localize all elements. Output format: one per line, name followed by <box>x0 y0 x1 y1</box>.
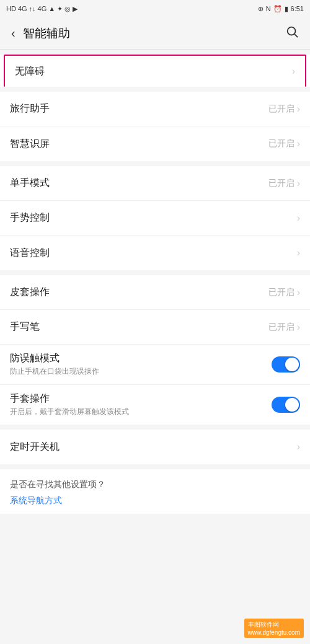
item-title: 防误触模式 <box>10 352 272 365</box>
item-right <box>272 397 300 413</box>
item-right: 已开启 › <box>268 287 300 298</box>
item-right: 已开启 › <box>268 138 300 149</box>
item-title: 单手模式 <box>10 177 50 190</box>
chevron-icon: › <box>297 322 300 333</box>
chevron-icon: › <box>297 178 300 189</box>
section-travel: 旅行助手 已开启 › 智慧识屏 已开启 › <box>0 92 310 161</box>
list-item-shoutaocaozuo[interactable]: 手套操作 开启后，戴手套滑动屏幕触发该模式 <box>0 385 310 425</box>
chevron-icon: › <box>297 138 300 149</box>
item-right <box>272 356 300 373</box>
item-left: 手套操作 开启后，戴手套滑动屏幕触发该模式 <box>10 392 272 417</box>
more-icon: ▶ <box>73 5 78 13</box>
status-text: 已开启 <box>268 178 294 189</box>
item-title: 皮套操作 <box>10 286 50 299</box>
section-timer: 定时开关机 › <box>0 430 310 464</box>
status-text: 已开启 <box>268 138 294 149</box>
svg-line-1 <box>294 34 298 37</box>
list-item-lvxingzushou[interactable]: 旅行助手 已开启 › <box>0 92 310 126</box>
chevron-icon: › <box>297 441 300 452</box>
chevron-icon: › <box>297 247 300 258</box>
signal-4g: 4G <box>18 5 27 12</box>
item-left: 皮套操作 <box>10 286 50 299</box>
signal-4g2: 4G <box>38 5 47 12</box>
footer-link[interactable]: 系统导航方式 <box>10 495 300 506</box>
list-item-fangwuchumoshi[interactable]: 防误触模式 防止手机在口袋出现误操作 <box>0 345 310 385</box>
status-text: 已开启 <box>268 287 294 298</box>
list-item-danshoumoshi[interactable]: 单手模式 已开启 › <box>0 166 310 201</box>
section-accessibility: 无障碍 › <box>0 55 310 87</box>
item-right: 已开启 › <box>268 178 300 189</box>
notification-icon: ⊕ <box>258 5 264 13</box>
item-title: 手势控制 <box>10 211 50 224</box>
search-icon <box>285 25 299 38</box>
fangwuchu-toggle[interactable] <box>272 356 300 373</box>
item-left: 语音控制 <box>10 247 50 260</box>
alarm-icon: ⏰ <box>273 5 282 13</box>
status-text: 已开启 <box>268 322 294 333</box>
item-title: 语音控制 <box>10 247 50 260</box>
item-subtitle: 防止手机在口袋出现误操作 <box>10 366 272 377</box>
chevron-icon: › <box>292 66 295 77</box>
item-left: 手写笔 <box>10 320 40 333</box>
header: ‹ 智能辅助 <box>0 17 310 50</box>
list-item-pitaocaozuo[interactable]: 皮套操作 已开启 › <box>0 275 310 310</box>
item-title: 手套操作 <box>10 392 272 405</box>
network-indicator: HD <box>6 5 16 12</box>
item-left: 定时开关机 <box>10 441 60 454</box>
list-item-wuzhangai[interactable]: 无障碍 › <box>4 55 306 87</box>
item-title: 无障碍 <box>15 65 45 78</box>
list-item-dingshiguanji[interactable]: 定时开关机 › <box>0 430 310 464</box>
item-title: 智慧识屏 <box>10 138 50 151</box>
header-left: ‹ 智能辅助 <box>9 24 70 43</box>
footer-tip: 是否在寻找其他设置项？ 系统导航方式 <box>0 469 310 514</box>
list-item-shouxibi[interactable]: 手写笔 已开启 › <box>0 310 310 345</box>
status-right: ⊕ N ⏰ ▮ 6:51 <box>258 5 304 13</box>
chevron-icon: › <box>297 104 300 115</box>
back-button[interactable]: ‹ <box>9 24 18 43</box>
item-right: › <box>297 247 300 258</box>
item-left: 无障碍 <box>15 65 45 78</box>
item-left: 智慧识屏 <box>10 138 50 151</box>
item-left: 手势控制 <box>10 211 50 224</box>
list-item-shoushikongzhi[interactable]: 手势控制 › <box>0 201 310 236</box>
item-left: 防误触模式 防止手机在口袋出现误操作 <box>10 352 272 377</box>
time-display: 6:51 <box>291 5 304 12</box>
item-subtitle: 开启后，戴手套滑动屏幕触发该模式 <box>10 407 272 417</box>
signal-bar1: ↑↓ <box>29 5 36 12</box>
chevron-icon: › <box>297 213 300 224</box>
item-title: 手写笔 <box>10 320 40 333</box>
item-left: 单手模式 <box>10 177 50 190</box>
nfc-icon2: N <box>266 5 271 12</box>
item-title: 定时开关机 <box>10 441 60 454</box>
status-bar: HD 4G ↑↓ 4G ▲ ✦ ◎ ▶ ⊕ N ⏰ ▮ 6:51 <box>0 0 310 17</box>
section-gesture: 单手模式 已开启 › 手势控制 › 语音控制 › <box>0 166 310 270</box>
item-title: 旅行助手 <box>10 102 50 115</box>
list-item-yuyinkongzhi[interactable]: 语音控制 › <box>0 236 310 270</box>
svg-point-0 <box>288 27 296 35</box>
item-right: 已开启 › <box>268 104 300 115</box>
chevron-icon: › <box>297 287 300 298</box>
item-right: 已开启 › <box>268 322 300 333</box>
battery-icon: ▮ <box>285 5 288 13</box>
watermark: 丰图软件网www.dgfengtu.com <box>244 619 304 638</box>
section-cover: 皮套操作 已开启 › 手写笔 已开启 › 防误触模式 防止手机在口袋出现误操作 … <box>0 275 310 425</box>
item-left: 旅行助手 <box>10 102 50 115</box>
shoutao-toggle[interactable] <box>272 397 300 413</box>
bluetooth-icon: ✦ <box>57 5 63 13</box>
wifi-icon: ▲ <box>48 5 55 12</box>
footer-question: 是否在寻找其他设置项？ <box>10 479 300 490</box>
status-left: HD 4G ↑↓ 4G ▲ ✦ ◎ ▶ <box>6 5 78 13</box>
status-text: 已开启 <box>268 104 294 115</box>
item-right: › <box>297 441 300 452</box>
search-button[interactable] <box>283 22 301 44</box>
item-right: › <box>292 66 295 77</box>
item-right: › <box>297 213 300 224</box>
list-item-zhihuishiping[interactable]: 智慧识屏 已开启 › <box>0 126 310 161</box>
page-title: 智能辅助 <box>23 25 70 42</box>
nfc-icon: ◎ <box>64 5 71 13</box>
